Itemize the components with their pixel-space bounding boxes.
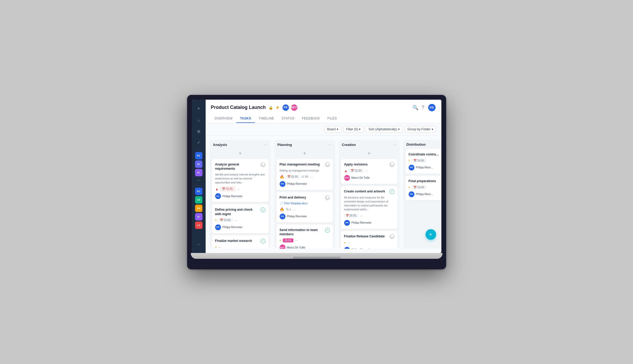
add-task-creation-button[interactable]: + — [339, 149, 400, 158]
card-more-icon[interactable]: ··· — [365, 169, 368, 173]
fab-add-button[interactable]: + — [426, 229, 436, 240]
card-assignee: MDT Marco De Tullio — [344, 175, 370, 181]
card-finalize-research[interactable]: Finalize market research ✓ ≡ ··· — [212, 236, 269, 249]
sidebar-more-icon[interactable]: ··· — [197, 178, 200, 183]
priority-med-icon: ≡ — [215, 219, 217, 222]
board-chevron-icon: ▾ — [337, 127, 338, 131]
column-analysis-menu-icon[interactable]: ··· — [264, 142, 267, 147]
priority-med-icon: ≡ — [409, 159, 410, 162]
board-view-button[interactable]: Board ▾ — [324, 126, 341, 133]
sidebar-menu-icon[interactable]: ≡ — [194, 104, 204, 113]
card-meta: ▲ 📅 02.05. ··· — [215, 187, 265, 191]
header-top: Product Catalog Launch 🔒 ★ PR MDT 🔍 ? PR — [211, 103, 436, 112]
sort-button[interactable]: Sort (Alphabetically) ▾ — [366, 126, 402, 133]
add-task-analysis-button[interactable]: + — [210, 149, 271, 158]
card-meta: ≡ ··· — [215, 245, 265, 249]
tab-tasks[interactable]: TASKS — [236, 114, 255, 123]
sidebar-project-ic2[interactable]: IC — [195, 213, 202, 220]
board-label: Board — [327, 127, 336, 131]
card-final-preparations[interactable]: Final preparations ≡ 📅 14.06. — [405, 176, 441, 200]
star-icon[interactable]: ★ — [276, 105, 279, 110]
sidebar-project-ic[interactable]: IC — [195, 169, 202, 176]
column-planning-cards: Plan management meeting Setting up manag… — [274, 158, 335, 249]
sort-chevron-icon: ▾ — [398, 127, 400, 131]
group-by-button[interactable]: Group by Folder ▾ — [405, 126, 436, 133]
sidebar-grid-icon[interactable]: ⊞ — [194, 127, 204, 136]
card-coordinate-contracts[interactable]: Coordinate contra... ≡ 📅 24.06. — [405, 149, 441, 174]
attachment-count: 📎 1 — [286, 208, 291, 211]
column-planning-menu-icon[interactable]: ··· — [328, 142, 332, 147]
task-status-done[interactable]: ✓ — [390, 189, 394, 194]
avatar-mdt[interactable]: MDT — [290, 104, 298, 111]
card-apply-revisions[interactable]: Apply revisions ▲ 📅 31.05. ··· — [341, 159, 398, 184]
card-meta: ≡ 📅 24.06. — [409, 159, 441, 163]
card-more-icon[interactable]: ··· — [295, 238, 298, 242]
sidebar-project-pc-active[interactable]: PC — [195, 152, 202, 159]
task-status-spinner[interactable] — [325, 195, 330, 200]
task-status-done[interactable]: ✓ — [325, 228, 330, 233]
card-footer: PR Philipp Riem... — [409, 165, 441, 171]
assignee-name: Philipp Riermeier — [223, 195, 243, 198]
help-icon[interactable]: ? — [422, 105, 424, 110]
main-content: Product Catalog Launch 🔒 ★ PR MDT 🔍 ? PR — [206, 100, 441, 253]
card-footer: PR Philipp Riermeier — [215, 224, 265, 230]
card-meta: 🔥 📎 1 ··· — [280, 207, 330, 211]
sidebar-project-pc2[interactable]: PC — [195, 188, 202, 195]
assignee-avatar: PR — [344, 247, 350, 249]
priority-med-icon: ≡ — [344, 241, 346, 244]
sidebar-home-icon[interactable]: ⌂ — [194, 116, 204, 125]
card-assignee: PR Philipp Riermeier — [280, 181, 307, 187]
card-more-icon[interactable]: ··· — [360, 214, 363, 218]
search-icon[interactable]: 🔍 — [413, 105, 418, 110]
task-status-spinner[interactable] — [390, 162, 394, 167]
add-task-planning-button[interactable]: + — [274, 149, 335, 158]
card-plan-meeting[interactable]: Plan management meeting Setting up manag… — [276, 159, 333, 190]
avatar-pr[interactable]: PR — [282, 104, 289, 111]
card-more-icon[interactable]: ··· — [347, 241, 350, 245]
page-title: Product Catalog Launch — [211, 105, 266, 110]
sidebar-project-lo[interactable]: LO — [195, 222, 202, 229]
card-more-icon[interactable]: ··· — [310, 175, 313, 179]
priority-high-icon: ▲ — [344, 169, 348, 173]
task-status-spinner[interactable] — [390, 234, 394, 239]
filter-button[interactable]: Filter (0) ▾ — [343, 126, 364, 133]
sidebar-project-sm[interactable]: SM — [195, 205, 202, 212]
card-print-delivery[interactable]: Print and delivery 📄 Print Template.docx — [276, 192, 333, 223]
tab-files[interactable]: FILES — [324, 114, 341, 123]
tab-feedback[interactable]: FEEDBACK — [298, 114, 324, 123]
sidebar-tasks-icon[interactable]: ✓ — [194, 138, 204, 147]
task-count: ☑ 3/5 — [302, 175, 308, 178]
task-status-done[interactable]: ✓ — [261, 208, 265, 212]
card-more-icon[interactable]: ··· — [237, 187, 240, 191]
task-status-spinner[interactable] — [325, 162, 330, 167]
card-more-icon[interactable]: ··· — [234, 218, 238, 222]
card-meta: ≡ 29.04. ··· — [280, 238, 330, 242]
sidebar-expand-icon[interactable]: › — [194, 239, 204, 249]
column-analysis: Analysis ··· + Analyze general requireme… — [210, 140, 271, 249]
tab-status[interactable]: STATUS — [278, 114, 298, 123]
user-avatar[interactable]: PR — [428, 103, 436, 112]
task-status-spinner[interactable] — [261, 162, 265, 167]
card-more-icon[interactable]: ··· — [293, 207, 296, 211]
assignee-avatar: MDT — [280, 245, 285, 248]
tab-overview[interactable]: OVERVIEW — [211, 114, 236, 123]
card-release-candidate[interactable]: Finalize Release Candidate ≡ ··· — [341, 231, 398, 249]
card-send-info[interactable]: Send information to team members ✓ ≡ 29.… — [276, 225, 333, 249]
tab-timeline[interactable]: TIMELINE — [255, 114, 278, 123]
card-header: Coordinate contra... — [409, 152, 441, 157]
card-more-icon[interactable]: ··· — [218, 245, 221, 249]
card-analyze-requirements[interactable]: Analyze general requirements Identify an… — [212, 159, 269, 202]
card-header: Finalize market research ✓ — [215, 239, 265, 243]
sidebar-project-ce[interactable]: CE — [195, 196, 202, 204]
assignee-name: Philipp Riem... — [416, 166, 433, 169]
board-area: Analysis ··· + Analyze general requireme… — [206, 136, 441, 253]
card-create-content[interactable]: Create content and artwork ✓ All decisio… — [341, 186, 398, 229]
task-status-done[interactable]: ✓ — [261, 239, 265, 243]
sidebar-project-io[interactable]: IO — [195, 160, 202, 168]
laptop-screen: ≡ ⌂ ⊞ ✓ PC IO IC ··· PC CE SM IC LO › — [192, 100, 441, 253]
column-analysis-header: Analysis ··· — [210, 140, 271, 149]
card-define-pricing[interactable]: Define pricing and check with mgmt ✓ ≡ 📅… — [212, 204, 269, 233]
column-creation-menu-icon[interactable]: ··· — [393, 142, 396, 147]
due-date-badge: 📅 30.05. — [344, 214, 359, 218]
assignee-avatar: PR — [215, 224, 221, 230]
